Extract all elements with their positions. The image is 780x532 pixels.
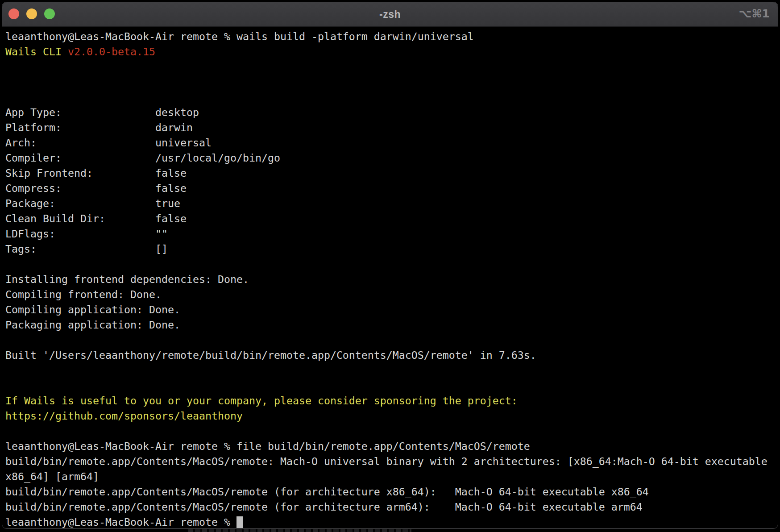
terminal-text-segment: Package: true [5, 197, 180, 209]
terminal-line [5, 90, 778, 105]
terminal-text-segment: Wails CLI [5, 46, 68, 58]
terminal-cursor [236, 516, 243, 528]
terminal-line: LDFlags: "" [5, 226, 778, 241]
terminal-line: https://github.com/sponsors/leaanthony [5, 408, 778, 424]
terminal-text-segment: App Type: desktop [5, 106, 199, 118]
terminal-line: Wails CLI v2.0.0-beta.15 [5, 44, 778, 59]
terminal-line: build/bin/remote.app/Contents/MacOS/remo… [5, 484, 778, 499]
terminal-text-segment: Platform: darwin [5, 121, 193, 133]
close-button[interactable] [8, 8, 19, 19]
terminal-text-segment: leaanthony@Leas-MacBook-Air remote % fil… [5, 440, 530, 452]
terminal-line [5, 378, 778, 393]
terminal-line: App Type: desktop [5, 105, 778, 120]
terminal-line: Compiler: /usr/local/go/bin/go [5, 150, 778, 166]
terminal-text-segment: Tags: [] [5, 243, 168, 255]
terminal-text-segment: leaanthony@Leas-MacBook-Air remote % [5, 516, 236, 528]
terminal-text-segment: Compiling frontend: Done. [5, 288, 162, 300]
terminal-line: Compiling application: Done. [5, 302, 778, 317]
terminal-line: leaanthony@Leas-MacBook-Air remote % wai… [5, 29, 778, 44]
background-window-sliver [188, 529, 411, 532]
terminal-text-segment: Compress: false [5, 182, 187, 194]
terminal-text-segment: build/bin/remote.app/Contents/MacOS/remo… [5, 455, 768, 467]
terminal-line: If Wails is useful to you or your compan… [5, 393, 778, 408]
terminal-text-segment: leaanthony@Leas-MacBook-Air remote % wai… [5, 30, 474, 42]
terminal-text-segment: If Wails is useful to you or your compan… [5, 395, 518, 407]
terminal-line [5, 424, 778, 439]
terminal-text-segment: Installing frontend dependencies: Done. [5, 273, 249, 285]
terminal-text-segment: build/bin/remote.app/Contents/MacOS/remo… [5, 501, 643, 513]
zoom-button[interactable] [44, 8, 55, 19]
minimize-button[interactable] [26, 8, 37, 19]
terminal-content[interactable]: leaanthony@Leas-MacBook-Air remote % wai… [2, 27, 778, 528]
terminal-text-segment: Compiler: /usr/local/go/bin/go [5, 152, 280, 164]
terminal-text-segment: v2.0.0-beta.15 [68, 46, 155, 58]
terminal-window: -zsh ⌥⌘1 leaanthony@Leas-MacBook-Air rem… [2, 2, 778, 529]
titlebar[interactable]: -zsh ⌥⌘1 [2, 2, 778, 27]
terminal-line: Arch: universal [5, 135, 778, 150]
terminal-line: Installing frontend dependencies: Done. [5, 272, 778, 287]
tab-shortcut-label: ⌥⌘1 [739, 7, 770, 20]
traffic-light-group [8, 8, 55, 19]
terminal-text-segment: Arch: universal [5, 137, 212, 149]
terminal-text-segment: Built '/Users/leaanthony/remote/build/bi… [5, 349, 536, 361]
terminal-line: Platform: darwin [5, 120, 778, 135]
terminal-line [5, 257, 778, 272]
terminal-text-segment: https://github.com/sponsors/leaanthony [5, 410, 243, 422]
terminal-line: Clean Build Dir: false [5, 211, 778, 226]
terminal-text-segment: Clean Build Dir: false [5, 212, 187, 224]
terminal-line: build/bin/remote.app/Contents/MacOS/remo… [5, 454, 778, 469]
terminal-line: x86_64] [arm64] [5, 469, 778, 484]
terminal-text-segment: build/bin/remote.app/Contents/MacOS/remo… [5, 486, 649, 498]
terminal-line [5, 75, 778, 90]
terminal-text-segment: x86_64] [arm64] [5, 470, 99, 482]
terminal-line: leaanthony@Leas-MacBook-Air remote % [5, 515, 778, 529]
terminal-line: Compiling frontend: Done. [5, 287, 778, 302]
window-title: -zsh [379, 8, 401, 21]
terminal-line: Package: true [5, 196, 778, 211]
terminal-line [5, 363, 778, 378]
terminal-line: leaanthony@Leas-MacBook-Air remote % fil… [5, 439, 778, 454]
terminal-line: Packaging application: Done. [5, 317, 778, 332]
terminal-text-segment: Skip Frontend: false [5, 167, 187, 179]
terminal-line: Skip Frontend: false [5, 166, 778, 181]
terminal-line: Built '/Users/leaanthony/remote/build/bi… [5, 348, 778, 363]
terminal-line: Tags: [] [5, 241, 778, 257]
terminal-line [5, 59, 778, 75]
terminal-text-segment: LDFlags: "" [5, 228, 168, 240]
terminal-text-segment: Packaging application: Done. [5, 319, 180, 331]
terminal-line: Compress: false [5, 181, 778, 196]
terminal-text-segment: Compiling application: Done. [5, 303, 180, 316]
terminal-line: build/bin/remote.app/Contents/MacOS/remo… [5, 499, 778, 515]
terminal-line [5, 332, 778, 348]
